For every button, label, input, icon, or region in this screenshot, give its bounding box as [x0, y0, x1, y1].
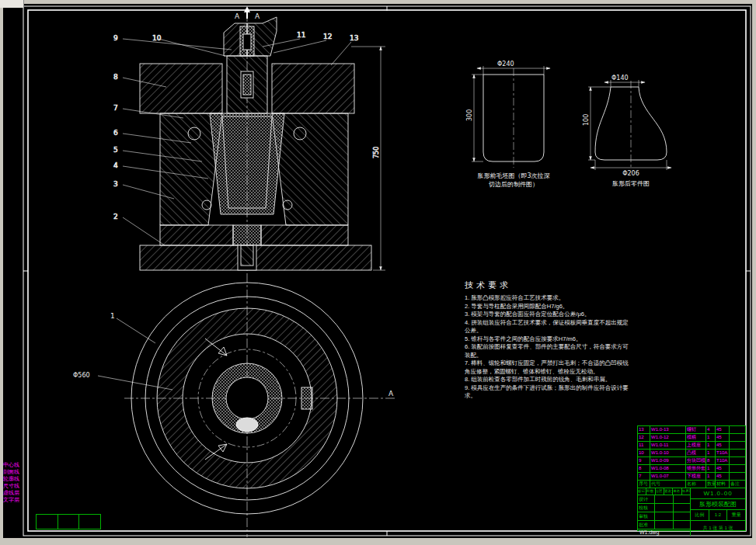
layer-label[interactable]: 剖面线: [3, 468, 19, 475]
bom-row: 9 W1.0-09 分块凹模 8 T10A: [638, 457, 745, 465]
bom-seq: 12: [638, 434, 650, 441]
sign-role: 校核: [638, 504, 655, 512]
bom-code: W1.0-10: [650, 450, 686, 456]
bom-note: [730, 450, 745, 456]
tech-item: 9. 模具应在生产的条件下进行试胀；胀形出的制件应符合设计要求。: [465, 384, 631, 401]
dim-100: 100: [583, 114, 590, 126]
bom-qty: 1: [706, 450, 716, 456]
bom-qty: 1: [706, 434, 716, 441]
sign-row: 批准: [638, 521, 690, 529]
bom-mat: 45: [716, 426, 730, 433]
bom-name: 模柄: [686, 434, 706, 441]
bom-header: 材料: [716, 481, 730, 488]
bom-seq: 13: [638, 426, 650, 433]
bom-row: 12 W1.0-12 模柄 1 45: [638, 434, 745, 442]
window-corner-tab: [0, 0, 24, 8]
balloon-7: 7: [113, 104, 118, 112]
rev-header: 处数: [646, 488, 655, 495]
rev-header: 分区: [656, 488, 664, 495]
bom-row: 7 W1.0-07 下模座 1 45: [638, 473, 745, 481]
title-block-main: 标记 处数 分区 更改文件号 签名 年月日 设计 校核: [638, 488, 745, 536]
dim-300: 300: [466, 109, 473, 121]
balloon-2: 2: [113, 213, 118, 220]
corner-cell: [58, 515, 80, 529]
balloon-10: 10: [152, 34, 162, 42]
layer-label[interactable]: 中心线: [3, 461, 19, 468]
bom-mat: T10A: [716, 450, 730, 456]
balloon-5: 5: [113, 146, 118, 154]
sign-date: [674, 504, 690, 512]
bom-header: 数量: [706, 481, 716, 488]
rev-header: 签名: [673, 488, 681, 495]
bom-note: [730, 426, 745, 433]
layer-label[interactable]: 尺寸线: [3, 482, 19, 489]
tech-item: 3. 模架与导套的配合面应符合定位配合公差/μ6。: [465, 311, 631, 319]
bom-row: 11 W1.0-11 上模座 1 45: [638, 442, 745, 450]
sign-role: 审核: [638, 512, 655, 520]
bom-note: [730, 457, 745, 464]
dim-phi140: Φ140: [611, 75, 629, 82]
bom-code: W1.0-09: [650, 457, 686, 464]
window-border-right: [752, 0, 756, 545]
sign-row: 审核: [638, 512, 690, 521]
bom-note: [730, 473, 745, 480]
cad-window: A A: [0, 0, 756, 545]
sign-name: [655, 504, 674, 512]
bom-seq: 11: [638, 442, 650, 449]
sign-name: [655, 521, 674, 529]
bom-seq: 9: [638, 457, 650, 464]
layer-label[interactable]: 文字层: [3, 496, 19, 503]
layer-label[interactable]: 虚线层: [3, 489, 19, 496]
dim-phi240: Φ240: [497, 61, 514, 68]
bom-name: 螺钉: [686, 426, 706, 433]
bom-name: 凸模: [686, 450, 706, 456]
bom-mat: 45: [716, 465, 730, 472]
tech-item: 1. 胀形凸模形腔应符合工艺技术要求。: [465, 294, 631, 303]
layer-label[interactable]: 轮廓线: [3, 475, 19, 482]
sign-date: [674, 512, 690, 520]
revision-header-row: 标记 处数 分区 更改文件号 签名 年月日: [638, 488, 690, 495]
bom-mat: 45: [716, 442, 730, 449]
balloon-4: 4: [113, 161, 118, 169]
title-block-info: W1.0-00 胀形模装配图 比例 1:2 重量 共 1 张 第 1 张: [691, 488, 745, 536]
bom-code: W1.0-11: [650, 442, 686, 449]
bom-note: [730, 442, 745, 449]
tech-item: 2. 导套与导柱配合采用间隙配合H7/g6。: [465, 303, 631, 311]
bom-mat: 45: [716, 434, 730, 441]
sign-name: [655, 495, 674, 503]
balloon-6: 6: [113, 129, 118, 137]
balloon-13: 13: [350, 34, 358, 42]
corner-cell: [37, 515, 58, 529]
bom-name: 上模座: [686, 442, 706, 449]
blank-after-view: [588, 80, 671, 170]
bom-note: [730, 434, 745, 441]
rev-header: 更改文件号: [664, 488, 673, 495]
bom-row: 13 W1.0-13 螺钉 4 45: [638, 426, 745, 434]
bom-note: [730, 465, 745, 472]
bom-qty: 1: [706, 465, 716, 472]
title-block-signatures: 标记 处数 分区 更改文件号 签名 年月日 设计 校核: [638, 488, 691, 536]
scale-row: 比例 1:2 重量: [691, 510, 745, 521]
plan-section-a: A: [388, 390, 394, 397]
dim-750: 750: [373, 147, 380, 158]
bom-header: 代号: [650, 481, 686, 488]
sign-role: 设计: [638, 495, 655, 503]
tech-item: 8. 组装前检查各零部件加工时残留的锐角、毛刺和串屑。: [465, 376, 631, 384]
bom-qty: 1: [706, 442, 716, 449]
bom-seq: 8: [638, 465, 650, 472]
rev-header: 年月日: [682, 488, 690, 495]
section-mark-a-right: A: [255, 12, 260, 20]
dim-phi560: Φ560: [73, 372, 90, 379]
dim-phi206: Φ206: [622, 170, 639, 177]
sign-date: [674, 495, 690, 503]
corner-cell: [79, 515, 100, 529]
corner-reference-block: [36, 514, 101, 529]
section-height-dimension: 750: [351, 47, 385, 270]
balloon-3: 3: [113, 180, 118, 188]
drawing-title: 胀形模装配图: [691, 499, 745, 510]
balloon-8: 8: [113, 73, 118, 81]
balloon-12: 12: [323, 33, 332, 40]
tech-item: 6. 装配前按图样复查零件、部件的主要配合尺寸，符合要求方可装配。: [465, 343, 631, 359]
window-border-bottom: [0, 538, 756, 545]
bom-code: W1.0-12: [650, 434, 686, 441]
